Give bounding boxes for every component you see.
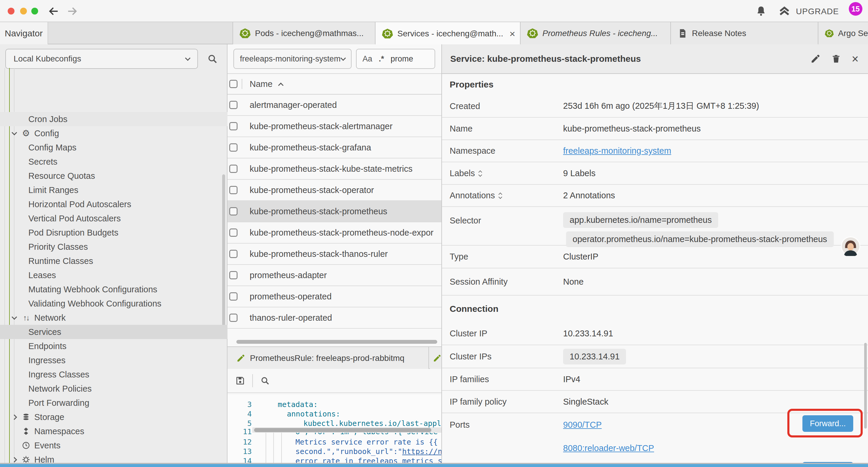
close-icon[interactable]: × bbox=[852, 53, 859, 65]
sidebar-item-secrets[interactable]: Secrets bbox=[0, 154, 227, 169]
table-row[interactable]: kube-prometheus-stack-kube-state-metrics bbox=[227, 158, 441, 180]
sidebar-item-mutating-webhook-configurations[interactable]: Mutating Webhook Configurations bbox=[0, 282, 227, 296]
sidebar-item-network-policies[interactable]: Network Policies bbox=[0, 382, 227, 396]
editor-search-icon[interactable] bbox=[260, 376, 270, 386]
match-case-toggle[interactable]: Aa bbox=[363, 54, 372, 63]
sidebar-item-events[interactable]: Events bbox=[0, 438, 227, 453]
edit-icon[interactable] bbox=[810, 54, 820, 64]
horizontal-scrollbar[interactable] bbox=[236, 340, 437, 344]
yaml-editor[interactable]: 3metadata: 4annotations: 5kubectl.kubern… bbox=[227, 395, 441, 467]
forward-port-button[interactable]: Forward... bbox=[802, 415, 853, 432]
code-line: 13second.","runbook_url":"https://net bbox=[227, 447, 441, 456]
helm-wheel-icon bbox=[20, 456, 32, 464]
sidebar-item-services[interactable]: Services bbox=[0, 325, 227, 339]
property-row-labels: Labels 9 Labels bbox=[442, 162, 868, 185]
sidebar-item-resource-quotas[interactable]: Resource Quotas bbox=[0, 169, 227, 183]
sidebar-item-runtime-classes[interactable]: Runtime Classes bbox=[0, 254, 227, 268]
sidebar-item-limit-ranges[interactable]: Limit Ranges bbox=[0, 183, 227, 197]
chevron-right-icon[interactable] bbox=[12, 415, 20, 419]
row-checkbox[interactable] bbox=[229, 229, 238, 237]
bell-icon[interactable] bbox=[755, 5, 767, 17]
avatar[interactable] bbox=[841, 236, 860, 256]
upgrade-button[interactable]: UPGRADE bbox=[796, 7, 839, 16]
sidebar-item-validating-webhook-configurations[interactable]: Validating Webhook Configurations bbox=[0, 296, 227, 311]
sidebar-item-horizontal-pod-autoscalers[interactable]: Horizontal Pod Autoscalers bbox=[0, 197, 227, 211]
row-checkbox[interactable] bbox=[229, 250, 238, 258]
delete-icon[interactable] bbox=[831, 54, 841, 64]
row-checkbox[interactable] bbox=[229, 271, 238, 279]
tab-services[interactable]: Services - icecheng@math... × bbox=[375, 22, 521, 45]
sidebar-item-ingress-classes[interactable]: Ingress Classes bbox=[0, 368, 227, 382]
expand-collapse-icon[interactable] bbox=[499, 192, 502, 199]
table-row[interactable]: kube-prometheus-stack-thanos-ruler bbox=[227, 243, 441, 265]
back-icon[interactable] bbox=[48, 5, 60, 17]
chevron-down-icon[interactable] bbox=[12, 316, 20, 320]
expand-collapse-icon[interactable] bbox=[479, 170, 482, 177]
row-checkbox[interactable] bbox=[229, 122, 238, 130]
tab-argo[interactable]: Argo Se bbox=[818, 22, 868, 44]
sidebar-item-endpoints[interactable]: Endpoints bbox=[0, 339, 227, 353]
sort-ascending-icon[interactable] bbox=[278, 83, 284, 88]
table-row[interactable]: prometheus-operated bbox=[227, 286, 441, 308]
tab-pods[interactable]: Pods - icecheng@mathmas... bbox=[232, 22, 375, 44]
editor-tab-partial[interactable] bbox=[430, 347, 441, 370]
search-input[interactable]: Aa .* prome bbox=[356, 49, 435, 69]
select-all-checkbox[interactable] bbox=[229, 80, 238, 88]
regex-toggle[interactable]: .* bbox=[379, 54, 384, 63]
table-row[interactable]: alertmanager-operated bbox=[227, 95, 441, 116]
row-checkbox[interactable] bbox=[229, 186, 238, 194]
save-icon[interactable] bbox=[235, 376, 245, 386]
column-header-name[interactable]: Name bbox=[250, 79, 272, 89]
sidebar-item-port-forwarding[interactable]: Port Forwarding bbox=[0, 396, 227, 410]
kubeconfig-select[interactable]: Local Kubeconfigs bbox=[5, 49, 198, 69]
tab-label: Pods - icecheng@mathmas... bbox=[255, 29, 364, 38]
minimize-window-button[interactable] bbox=[20, 8, 27, 14]
row-checkbox[interactable] bbox=[229, 314, 238, 322]
row-checkbox[interactable] bbox=[229, 292, 238, 300]
row-checkbox[interactable] bbox=[229, 165, 238, 173]
editor-tab-prometheusrule[interactable]: PrometheusRule: freeleaps-prod-rabbitmq bbox=[227, 347, 429, 370]
sidebar-item-config[interactable]: ⚙ Config bbox=[0, 126, 227, 140]
namespace-link[interactable]: freeleaps-monitoring-system bbox=[563, 146, 671, 156]
table-row[interactable]: prometheus-adapter bbox=[227, 265, 441, 286]
namespace-filter-select[interactable]: freeleaps-monitoring-system bbox=[234, 49, 351, 69]
sidebar-item-network[interactable]: ↑↓ Network bbox=[0, 311, 227, 325]
database-icon bbox=[20, 413, 32, 421]
sidebar-item-config-maps[interactable]: Config Maps bbox=[0, 140, 227, 154]
sidebar-item-cron-jobs[interactable]: Cron Jobs bbox=[0, 112, 227, 126]
port-link[interactable]: 9090/TCP bbox=[563, 420, 602, 430]
upgrade-icon[interactable] bbox=[778, 5, 790, 18]
row-checkbox[interactable] bbox=[229, 143, 238, 152]
chevron-down-icon[interactable] bbox=[12, 132, 20, 135]
table-row[interactable]: kube-prometheus-stack-operator bbox=[227, 180, 441, 201]
maximize-window-button[interactable] bbox=[31, 8, 38, 14]
table-row-selected[interactable]: kube-prometheus-stack-prometheus bbox=[227, 201, 441, 222]
editor-horizontal-scrollbar[interactable] bbox=[254, 428, 431, 432]
property-row-session-affinity: Session Affinity None bbox=[442, 268, 868, 296]
chevron-right-icon[interactable] bbox=[12, 458, 20, 462]
tab-release-notes[interactable]: Release Notes bbox=[671, 22, 818, 44]
detail-scrollbar[interactable] bbox=[864, 343, 867, 429]
tab-prometheus-rules[interactable]: Prometheus Rules - icecheng... bbox=[521, 22, 671, 44]
table-row[interactable]: kube-prometheus-stack-prometheus-node-ex… bbox=[227, 222, 441, 243]
table-row[interactable]: kube-prometheus-stack-alertmanager bbox=[227, 116, 441, 137]
row-checkbox[interactable] bbox=[229, 101, 238, 109]
sidebar-item-priority-classes[interactable]: Priority Classes bbox=[0, 240, 227, 254]
sidebar-item-leases[interactable]: Leases bbox=[0, 268, 227, 282]
port-link[interactable]: 8080:reloader-web/TCP bbox=[563, 443, 654, 453]
close-tab-icon[interactable]: × bbox=[509, 29, 515, 39]
forward-icon[interactable] bbox=[66, 5, 78, 17]
table-row[interactable]: thanos-ruler-operated bbox=[227, 308, 441, 329]
sidebar-item-vertical-pod-autoscalers[interactable]: Vertical Pod Autoscalers bbox=[0, 211, 227, 226]
notification-count-badge[interactable]: 15 bbox=[849, 2, 862, 16]
sidebar-item-ingresses[interactable]: Ingresses bbox=[0, 353, 227, 368]
row-checkbox[interactable] bbox=[229, 207, 238, 215]
sidebar-item-storage[interactable]: Storage bbox=[0, 410, 227, 424]
close-window-button[interactable] bbox=[8, 8, 14, 14]
sidebar-item-pod-disruption-budgets[interactable]: Pod Disruption Budgets bbox=[0, 226, 227, 240]
search-icon[interactable] bbox=[207, 53, 218, 64]
tab-label: Prometheus Rules - icecheng... bbox=[542, 29, 658, 38]
table-row[interactable]: kube-prometheus-stack-grafana bbox=[227, 137, 441, 158]
section-heading-properties: Properties bbox=[442, 74, 868, 95]
sidebar-item-namespaces[interactable]: Namespaces bbox=[0, 424, 227, 438]
